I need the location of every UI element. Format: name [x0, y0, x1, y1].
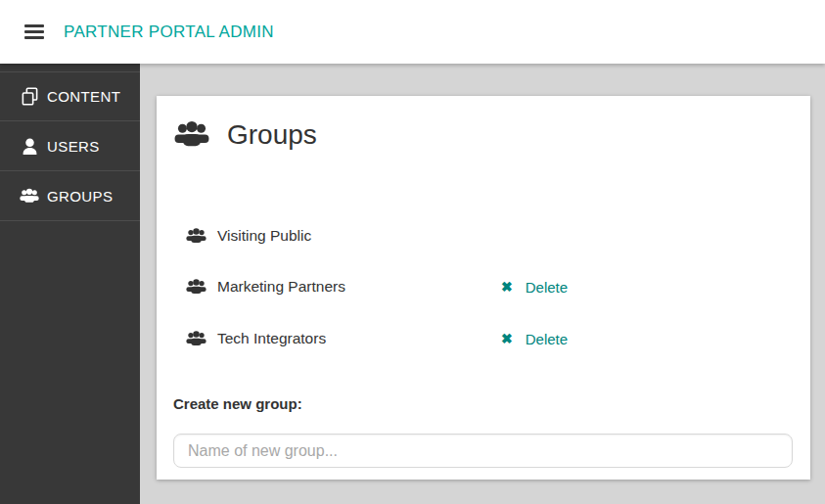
- group-name: Marketing Partners: [217, 278, 491, 296]
- sidebar-item-users[interactable]: USERS: [0, 121, 140, 171]
- card-header: Groups: [174, 119, 317, 151]
- partner-portal-admin-app: PARTNER PORTAL ADMIN CONTENT: [0, 0, 825, 504]
- app-title: PARTNER PORTAL ADMIN: [64, 23, 274, 42]
- user-icon: [20, 136, 39, 156]
- sidebar-item-label: USERS: [47, 138, 100, 155]
- group-row: Tech Integrators ✖ Delete: [186, 328, 491, 349]
- sidebar-item-label: CONTENT: [47, 88, 120, 105]
- page-title: Groups: [227, 119, 317, 151]
- content-copy-icon: [20, 87, 39, 107]
- users-icon: [186, 331, 206, 347]
- create-new-group-label: Create new group:: [173, 395, 302, 412]
- hamburger-menu-icon[interactable]: [24, 24, 44, 39]
- group-name: Tech Integrators: [217, 330, 491, 347]
- group-row: Visiting Public: [186, 225, 491, 247]
- sidebar-item-groups[interactable]: GROUPS: [0, 171, 140, 221]
- users-icon: [186, 228, 206, 245]
- sidebar-nav: CONTENT USERS GROUPS: [0, 71, 140, 221]
- main-content: Groups Visiting Public Marketing Partner…: [140, 64, 825, 504]
- delete-x-icon: ✖: [501, 280, 513, 294]
- new-group-name-input[interactable]: [173, 434, 793, 468]
- delete-group-button[interactable]: ✖ Delete: [501, 331, 568, 347]
- delete-group-button[interactable]: ✖ Delete: [501, 279, 568, 296]
- delete-x-icon: ✖: [501, 332, 513, 345]
- top-bar: PARTNER PORTAL ADMIN: [0, 0, 825, 64]
- delete-label: Delete: [526, 279, 568, 296]
- groups-card: Groups Visiting Public Marketing Partner…: [157, 96, 810, 480]
- users-icon: [20, 186, 39, 206]
- sidebar-item-content[interactable]: CONTENT: [0, 71, 140, 121]
- group-name: Visiting Public: [217, 227, 491, 245]
- group-row: Marketing Partners ✖ Delete: [186, 276, 491, 298]
- users-icon: [186, 279, 206, 296]
- sidebar: CONTENT USERS GROUPS: [0, 64, 140, 504]
- sidebar-item-label: GROUPS: [47, 188, 113, 205]
- delete-label: Delete: [526, 331, 568, 347]
- users-icon: [174, 119, 209, 151]
